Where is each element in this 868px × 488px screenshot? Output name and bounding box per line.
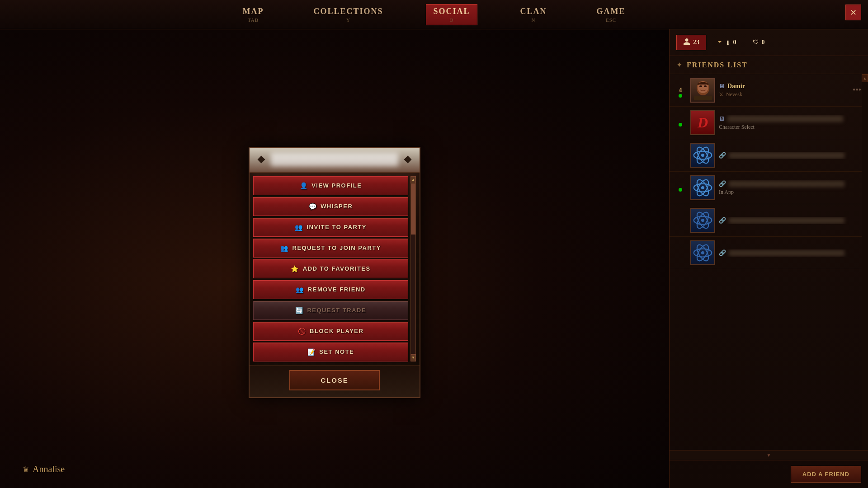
- window-close-button[interactable]: ✕: [845, 5, 861, 20]
- nav-collections-key: Y: [346, 17, 350, 23]
- friend-info-bn1: 🔗: [719, 152, 863, 159]
- friend-activity-bn2: In App: [719, 189, 863, 196]
- avatar-battlenet-3: [690, 208, 715, 233]
- block-player-button[interactable]: 🚫 BLOCK PLAYER: [253, 322, 408, 341]
- platform-icon-bn4: 🔗: [719, 249, 726, 257]
- add-favorites-button[interactable]: ⭐ ADD TO FAVORITES: [253, 259, 408, 278]
- friend-info-bn3: 🔗: [719, 217, 863, 224]
- remove-friend-button[interactable]: 👥 REMOVE FRIEND: [253, 280, 408, 299]
- add-friend-section: ADD A FRIEND: [670, 460, 868, 488]
- nav-clan[interactable]: CLAN N: [514, 5, 554, 25]
- nav-clan-label: CLAN: [520, 7, 547, 16]
- set-note-icon: 📝: [307, 348, 316, 356]
- modal-header: [250, 148, 420, 173]
- friend-name-bn4-blurred: [729, 250, 844, 256]
- request-trade-icon: 🔄: [295, 307, 304, 314]
- sidebar-scroll-up[interactable]: ▲: [862, 74, 868, 82]
- sidebar-scrollbar: ▲: [862, 74, 868, 450]
- friend-name-damir: Damir: [727, 83, 745, 90]
- nav-social[interactable]: SOCIAL O: [426, 4, 477, 25]
- scrollbar-track: [410, 183, 416, 354]
- platform-icon-bn3: 🔗: [719, 217, 726, 224]
- player-name-text: Annalise: [33, 464, 65, 474]
- online-indicator-bn2: [679, 188, 682, 192]
- nav-game-key: ESC: [606, 17, 616, 23]
- game-area: 👤 VIEW PROFILE 💬 WHISPER 👥 INVITE TO PAR…: [0, 29, 669, 488]
- nav-collections[interactable]: COLLECTIONS Y: [307, 5, 390, 25]
- friend-name-bn3-blurred: [729, 217, 844, 224]
- svg-point-20: [701, 251, 704, 254]
- set-note-button[interactable]: 📝 SET NOTE: [253, 343, 408, 361]
- avatar-battlenet-2: [690, 175, 715, 200]
- pending-requests-badge[interactable]: 🛡 0: [746, 36, 771, 49]
- scroll-up-arrow[interactable]: ▲: [410, 176, 416, 183]
- friend-info-bn2: 🔗 In App: [719, 180, 863, 196]
- friend-item-battlenet-4[interactable]: 🔗: [670, 237, 868, 269]
- friend-item-battlenet-2[interactable]: 🔗 In App: [670, 172, 868, 204]
- nav-map-key: TAB: [248, 17, 259, 23]
- invite-party-icon: 👥: [295, 224, 303, 231]
- friend-item-damir[interactable]: 4 🖥: [670, 74, 868, 107]
- friend-game-icon-damir: ⚔: [719, 91, 724, 98]
- request-join-icon: 👥: [280, 244, 289, 252]
- friend-info-diablo: 🖥 Character Select: [719, 115, 863, 131]
- nav-map[interactable]: MAP TAB: [236, 5, 270, 25]
- friend-name-bn2-blurred: [729, 181, 844, 187]
- modal-buttons-list: 👤 VIEW PROFILE 💬 WHISPER 👥 INVITE TO PAR…: [253, 176, 408, 361]
- player-name-display: ♛ Annalise: [23, 464, 65, 474]
- request-join-party-button[interactable]: 👥 REQUEST TO JOIN PARTY: [253, 239, 408, 258]
- platform-icon-damir: 🖥: [719, 83, 725, 90]
- pending-badge-icon: 🛡: [753, 39, 759, 46]
- whisper-icon: 💬: [309, 203, 317, 210]
- nav-social-label: SOCIAL: [433, 7, 470, 16]
- platform-icon-bn2: 🔗: [719, 180, 726, 188]
- friends-header-title: FRIENDS LIST: [687, 61, 748, 69]
- scrollbar-thumb: [411, 184, 415, 235]
- friend-item-diablo[interactable]: D 🖥 Character Select: [670, 107, 868, 139]
- context-close-button[interactable]: CLOSE: [289, 370, 380, 390]
- view-profile-button[interactable]: 👤 VIEW PROFILE: [253, 176, 408, 195]
- incoming-requests-badge[interactable]: ⬇ 0: [710, 35, 743, 50]
- avatar-damir: [690, 78, 715, 103]
- nav-game-label: GAME: [597, 7, 626, 16]
- online-indicator-diablo: [679, 123, 682, 127]
- add-friend-button[interactable]: ADD A FRIEND: [791, 466, 861, 483]
- scroll-down-arrow[interactable]: ▼: [410, 354, 416, 361]
- svg-point-8: [701, 154, 704, 157]
- nav-map-label: MAP: [242, 7, 264, 16]
- header-diamond-right: [404, 156, 412, 164]
- right-sidebar: 23 ⬇ 0 🛡 0 ✦ FRIENDS LIST: [669, 29, 868, 488]
- nav-collections-label: COLLECTIONS: [313, 7, 383, 16]
- friends-count-badge[interactable]: 23: [676, 35, 706, 50]
- context-menu-modal: 👤 VIEW PROFILE 💬 WHISPER 👥 INVITE TO PAR…: [249, 147, 420, 398]
- incoming-badge-icon: ⬇: [716, 38, 731, 47]
- nav-clan-key: N: [532, 17, 536, 23]
- player-crown-icon: ♛: [23, 465, 29, 474]
- nav-game[interactable]: GAME ESC: [590, 5, 632, 25]
- nav-social-key: O: [450, 17, 454, 23]
- svg-rect-4: [694, 96, 712, 100]
- friend-item-battlenet-3[interactable]: 🔗: [670, 204, 868, 237]
- friends-header-icon: ✦: [676, 61, 682, 69]
- add-favorites-icon: ⭐: [291, 265, 299, 272]
- sidebar-scroll-track: [862, 82, 868, 450]
- friend-item-battlenet-1[interactable]: 🔗: [670, 139, 868, 172]
- modal-footer: CLOSE: [250, 365, 420, 397]
- avatar-battlenet-4: [690, 240, 715, 265]
- friends-badge-count: 23: [693, 39, 699, 46]
- modal-body: 👤 VIEW PROFILE 💬 WHISPER 👥 INVITE TO PAR…: [250, 173, 420, 365]
- whisper-button[interactable]: 💬 WHISPER: [253, 197, 408, 216]
- friends-list-header: ✦ FRIENDS LIST: [670, 56, 868, 74]
- platform-icon-bn1: 🔗: [719, 152, 726, 159]
- svg-point-16: [701, 219, 704, 222]
- bottom-scroll-arrow[interactable]: ▼: [670, 450, 868, 460]
- friends-list: 4 🖥: [670, 74, 868, 450]
- friend-info-bn4: 🔗: [719, 249, 863, 257]
- modal-scrollbar: ▲ ▼: [410, 176, 416, 361]
- request-trade-button[interactable]: 🔄 REQUEST TRADE: [253, 301, 408, 320]
- invite-party-button[interactable]: 👥 INVITE TO PARTY: [253, 218, 408, 237]
- avatar-diablo: D: [690, 110, 715, 135]
- svg-point-12: [701, 186, 704, 189]
- friend-info-damir: 🖥 Damir ⚔ Nevesk: [719, 83, 847, 98]
- svg-point-3: [704, 85, 707, 87]
